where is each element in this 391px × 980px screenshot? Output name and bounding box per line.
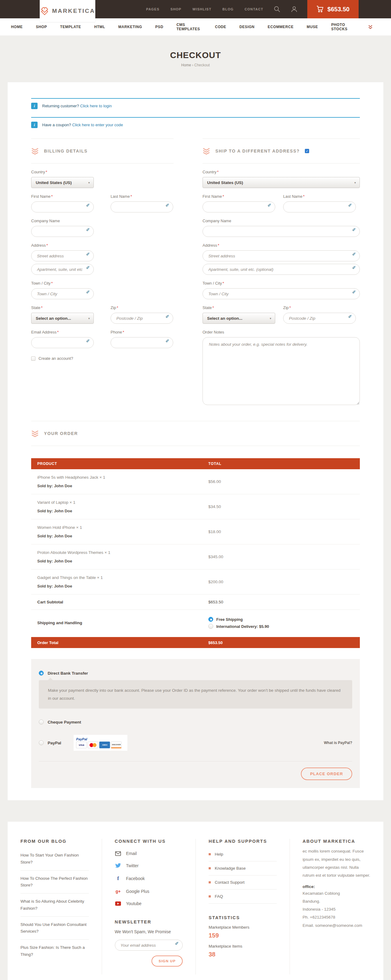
nav-muse[interactable]: MUSE <box>307 25 318 29</box>
billing-town-input[interactable] <box>31 288 94 299</box>
shipping-company-input[interactable] <box>202 226 360 237</box>
shipping-country-select[interactable]: United States (US) <box>202 177 360 188</box>
social-link-google-plus[interactable]: Google Plus <box>115 885 183 897</box>
stat-value: 159 <box>209 932 277 939</box>
billing-last-name-input[interactable] <box>111 202 173 212</box>
billing-email-input[interactable] <box>31 337 94 348</box>
top-nav-contact[interactable]: CONTACT <box>245 7 263 11</box>
shipping-header: SHIP TO A DIFFERENT ADDRESS? <box>202 138 360 164</box>
paypal-label[interactable]: PayPal <box>48 741 61 745</box>
user-icon[interactable] <box>291 6 297 13</box>
shipping-town-input[interactable] <box>202 288 360 299</box>
payment-option-cheque: Cheque Payment <box>39 719 352 724</box>
blog-link[interactable]: How To Choose The Perfect Fashion Store? <box>21 870 89 894</box>
billing-company-input[interactable] <box>31 226 94 237</box>
product-total: $345.00 <box>208 555 360 559</box>
nav-shop[interactable]: SHOP <box>36 25 47 29</box>
blog-link[interactable]: Should You Use Fashion Consultant Servic… <box>21 917 89 940</box>
nav-home[interactable]: HOME <box>11 25 22 29</box>
nav-template[interactable]: TEMPLATE <box>60 25 81 29</box>
order-table-header: PRODUCT TOTAL <box>31 458 360 469</box>
coupon-link[interactable]: Click here to enter your code <box>72 123 123 127</box>
nav-cms-templates[interactable]: CMS TEMPLATES <box>176 22 202 31</box>
shipping-first-name-input[interactable] <box>202 202 275 212</box>
help-link[interactable]: Help <box>209 847 277 861</box>
blog-link[interactable]: How To Start Your Own Fashion Store? <box>21 847 89 870</box>
table-row: Gadget and Things on the Table × 1 Sold … <box>31 570 360 595</box>
search-icon[interactable] <box>274 6 280 13</box>
social-link-youtube[interactable]: Youtube <box>115 897 183 910</box>
product-total: $34.50 <box>208 504 360 509</box>
billing-first-name-input[interactable] <box>31 202 94 212</box>
top-nav-wishlist[interactable]: WISHLIST <box>192 7 211 11</box>
shipping-state-select[interactable]: Select an option... <box>202 313 275 324</box>
ship-different-address-checkbox[interactable] <box>305 149 309 153</box>
visa-icon: VISA <box>76 741 87 748</box>
what-is-paypal-link[interactable]: What is PayPal? <box>324 741 352 745</box>
square-bullet-icon <box>209 867 211 869</box>
bank-transfer-label[interactable]: Direct Bank Transfer <box>48 671 88 676</box>
paypal-radio[interactable] <box>39 740 44 745</box>
billing-street-input[interactable] <box>31 250 94 261</box>
order-table: PRODUCT TOTAL iPhone 5s with Headphones … <box>31 458 360 648</box>
nav-design[interactable]: DESIGN <box>240 25 255 29</box>
nav-marketing[interactable]: MARKETING <box>118 25 142 29</box>
product-seller: Sold by: John Doe <box>37 484 208 488</box>
create-account-label[interactable]: Create an account? <box>38 356 73 361</box>
help-link[interactable]: Knowladge Base <box>209 861 277 875</box>
shipping-last-name-input[interactable] <box>283 202 356 212</box>
billing-country-select[interactable]: United States (US) <box>31 177 94 188</box>
top-nav-pages[interactable]: PAGES <box>146 7 159 11</box>
shipping-street-input[interactable] <box>202 250 360 261</box>
top-nav-shop[interactable]: SHOP <box>170 7 181 11</box>
chevron-down-icon <box>88 181 90 185</box>
logo[interactable]: MARKETICA <box>40 0 95 22</box>
free-shipping-radio[interactable] <box>208 617 213 622</box>
footer-connect-column: CONNECT WITH US Email Twitter Facebook G… <box>102 839 196 975</box>
help-link[interactable]: Contact Support <box>209 875 277 889</box>
bank-transfer-radio[interactable] <box>39 671 44 676</box>
free-shipping-label[interactable]: Free Shipping <box>216 617 243 622</box>
shipping-last-name-label: Last Name* <box>283 194 356 199</box>
nav-psd[interactable]: PSD <box>155 25 163 29</box>
twitter-icon <box>115 863 122 868</box>
breadcrumb-home[interactable]: Home <box>181 63 191 67</box>
nav-photo-stocks[interactable]: PHOTO STOCKS <box>331 22 355 31</box>
shipping-company-label: Company Name <box>202 218 360 223</box>
footer-connect-title: CONNECT WITH US <box>115 839 183 844</box>
top-nav-blog[interactable]: BLOG <box>223 7 234 11</box>
billing-zip-input[interactable] <box>111 313 173 324</box>
social-link-email[interactable]: Email <box>115 847 183 859</box>
signup-button[interactable]: SIGN UP <box>151 956 183 967</box>
facebook-icon <box>115 875 122 881</box>
your-order-header: YOUR ORDER <box>31 421 360 446</box>
blog-link[interactable]: Plus Size Fashion: Is There Such a Thing… <box>21 940 89 963</box>
billing-state-select[interactable]: Select an option... <box>31 313 94 324</box>
double-chevron-down-icon[interactable] <box>368 25 373 29</box>
nav-ecommerce[interactable]: ECOMMERCE <box>268 25 294 29</box>
social-link-twitter[interactable]: Twitter <box>115 859 183 872</box>
social-link-facebook[interactable]: Facebook <box>115 872 183 885</box>
billing-apartment-input[interactable] <box>31 264 94 275</box>
nav-code[interactable]: CODE <box>215 25 226 29</box>
cheque-payment-radio[interactable] <box>39 719 44 724</box>
nav-html[interactable]: HTML <box>94 25 105 29</box>
cheque-payment-label[interactable]: Cheque Payment <box>48 720 81 724</box>
international-delivery-radio[interactable] <box>208 624 213 629</box>
billing-section: BILLING DETAILS Country* United States (… <box>31 138 173 406</box>
billing-phone-input[interactable] <box>111 337 173 348</box>
create-account-checkbox[interactable] <box>31 356 35 361</box>
order-notes-textarea[interactable] <box>202 337 360 405</box>
place-order-button[interactable]: PLACE ORDER <box>301 768 352 780</box>
login-link[interactable]: Click here to login <box>80 103 111 108</box>
info-icon: i <box>31 103 38 109</box>
cart-button[interactable]: $653.50 <box>307 0 359 18</box>
shipping-zip-input[interactable] <box>283 313 356 324</box>
info-icon: i <box>31 122 38 128</box>
blog-link[interactable]: What is So Alluring About Celebrity Fash… <box>21 894 89 917</box>
help-link[interactable]: FAQ <box>209 889 277 904</box>
newsletter-email-input[interactable] <box>115 940 183 951</box>
shipping-apartment-input[interactable] <box>202 264 360 275</box>
international-delivery-label[interactable]: International Delivery: $5.90 <box>216 624 269 629</box>
product-seller: Sold by: John Doe <box>37 534 208 538</box>
